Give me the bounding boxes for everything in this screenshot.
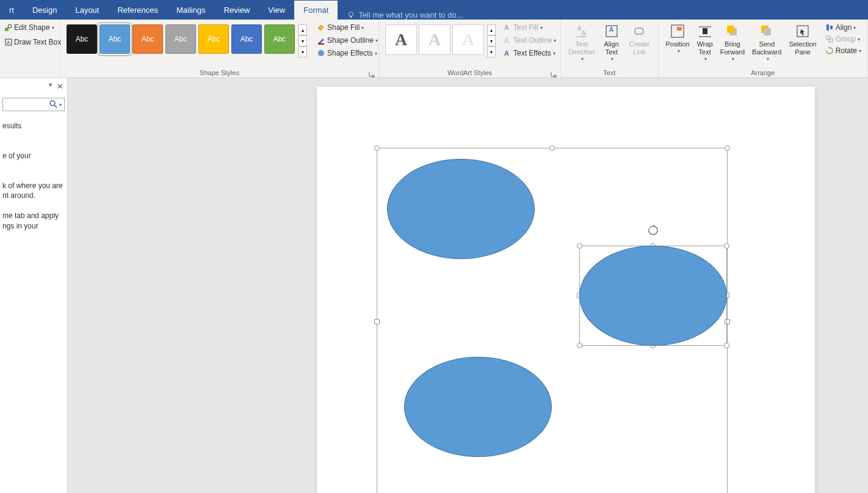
shape-swatch-1[interactable]: Abc [99,24,130,54]
wordart-swatch-0[interactable]: A [385,24,417,55]
tab-format[interactable]: Format [294,1,338,20]
svg-text:A: A [582,30,586,37]
wordart-launcher[interactable] [551,69,558,76]
sidebar-text-2: k of where you are [2,181,65,191]
tab-references[interactable]: References [108,1,167,20]
arrange-group: Position Wrap Text Bring Forward Send Ba… [659,20,868,78]
text-outline-button[interactable]: A Text Outline [501,35,559,46]
svg-rect-27 [826,36,830,40]
draw-text-box-button[interactable]: A Draw Text Box [2,37,57,48]
svg-rect-25 [826,24,829,31]
tab-insert[interactable]: rt [0,1,23,20]
send-backward-label: Send Backward [752,40,781,56]
shape-swatch-4[interactable]: Abc [198,24,229,54]
create-link-button: Create Link [624,22,654,57]
paint-bucket-icon [317,23,325,32]
svg-rect-16 [677,27,682,31]
ellipse-shape-3[interactable] [404,357,552,457]
align-icon [825,23,834,32]
gallery-up-button[interactable]: ▴ [298,24,307,35]
close-pane-button[interactable]: ✕ [57,82,63,91]
rotate-handle[interactable] [647,224,659,236]
lightbulb-icon [347,11,355,20]
selection-pane-button[interactable]: Selection Pane [785,22,820,57]
edit-shape-button[interactable]: Edit Shape [2,22,57,33]
svg-rect-21 [727,26,734,33]
shape-outline-label: Shape Outline [327,36,374,45]
text-outline-label: Text Outline [513,36,552,45]
tab-view[interactable]: View [259,1,294,20]
sidebar-text-5: ngs in your [2,221,65,232]
svg-rect-26 [830,26,833,29]
shape-fill-label: Shape Fill [327,23,360,32]
wordart-swatch-2[interactable]: A [452,24,484,55]
wordart-down-button[interactable]: ▾ [487,35,496,46]
shape-effects-button[interactable]: Shape Effects [314,48,380,59]
svg-rect-1 [350,16,352,18]
shape-effects-label: Shape Effects [327,49,373,57]
pen-icon [317,36,325,45]
pane-options-button[interactable]: ▼ [48,82,53,91]
svg-text:A: A [7,40,10,45]
text-fill-icon: A [503,23,512,32]
position-label: Position [666,40,690,48]
wordart-more-button[interactable]: ▾ [487,46,496,57]
bring-forward-button[interactable]: Bring Forward [717,22,748,64]
shape-swatch-6[interactable]: Abc [264,24,295,54]
shape-fill-button[interactable]: Shape Fill [314,22,380,33]
svg-text:A: A [504,37,509,44]
svg-point-0 [349,12,353,16]
wordart-swatch-1[interactable]: A [419,24,450,55]
shape-swatch-2[interactable]: Abc [132,24,163,54]
content-area: ▼ ✕ ▾ esults e of your k of where you ar… [0,78,868,493]
tab-layout[interactable]: Layout [66,1,108,20]
tab-design[interactable]: Design [23,1,66,20]
align-button[interactable]: Align [823,22,864,33]
svg-line-30 [54,105,57,108]
wordart-up-button[interactable]: ▴ [487,24,496,35]
svg-rect-6 [318,43,324,45]
text-direction-button: AA Text Direction [565,22,598,64]
gallery-more-button[interactable]: ▾ [298,46,307,57]
gallery-down-button[interactable]: ▾ [298,35,307,46]
wrap-text-icon [697,23,713,39]
shape-swatch-0[interactable]: Abc [67,24,97,54]
text-effects-icon: A [503,49,512,57]
shape-swatch-5[interactable]: Abc [231,24,262,54]
tell-me-placeholder: Tell me what you want to do... [358,10,463,20]
text-group: AA Text Direction A Align Text Create Li… [561,20,659,78]
send-backward-button[interactable]: Send Backward [748,22,785,64]
send-backward-icon [759,23,775,39]
shape-outline-button[interactable]: Shape Outline [314,35,380,46]
gallery-nav: ▴ ▾ ▾ [298,24,307,57]
draw-text-box-label: Draw Text Box [14,38,61,46]
align-text-icon: A [604,23,620,39]
tab-mailings[interactable]: Mailings [167,1,215,20]
text-fill-button[interactable]: A Text Fill [501,22,559,33]
text-fill-label: Text Fill [513,23,538,32]
align-label: Align [836,23,852,32]
wrap-text-button[interactable]: Wrap Text [693,22,717,64]
svg-rect-23 [764,28,771,35]
document-canvas[interactable] [68,78,868,493]
svg-text:A: A [504,24,509,31]
sidebar-text-1: e of your [2,151,65,161]
text-effects-label: Text Effects [513,49,551,57]
ellipse-shape-2[interactable] [579,246,727,346]
create-link-label: Create Link [628,40,650,56]
shape-styles-launcher[interactable] [369,69,376,76]
ellipse-shape-1[interactable] [387,159,535,259]
group-label: Group [836,35,856,43]
link-icon [631,23,647,39]
search-box[interactable]: ▾ [2,98,65,111]
rotate-button[interactable]: Rotate [823,45,864,56]
tell-me-search[interactable]: Tell me what you want to do... [338,10,472,20]
group-button: Group [823,34,864,45]
page[interactable] [317,87,815,493]
text-effects-button[interactable]: A Text Effects [501,48,559,59]
text-group-label: Text [565,68,654,78]
tab-review[interactable]: Review [215,1,259,20]
align-text-button[interactable]: A Align Text [598,22,624,64]
shape-swatch-3[interactable]: Abc [165,24,196,54]
position-button[interactable]: Position [662,22,693,56]
